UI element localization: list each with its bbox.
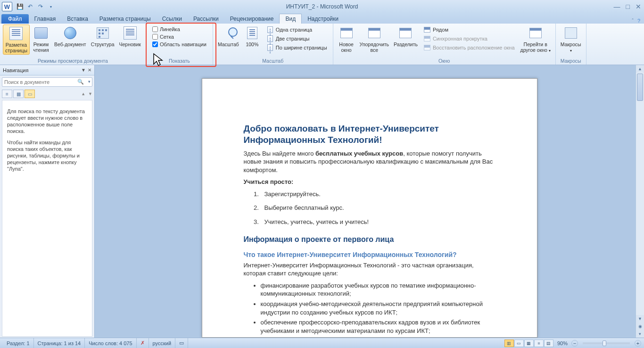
view-buttons: ▥ ▭ ▦ ≡ ▤	[504, 340, 553, 347]
zoom-icon	[223, 27, 234, 39]
tab-references[interactable]: Ссылки	[157, 14, 188, 24]
tab-home[interactable]: Главная	[29, 14, 62, 24]
tab-addins[interactable]: Надстройки	[302, 14, 344, 24]
status-proofing[interactable]: ✗	[137, 338, 149, 348]
nav-prev-icon[interactable]: ▲	[81, 91, 85, 96]
ribbon: Разметка страницы Режим чтения Веб-докум…	[0, 24, 644, 65]
tab-page-layout[interactable]: Разметка страницы	[94, 14, 157, 24]
tab-view[interactable]: Вид	[279, 14, 302, 24]
nav-dropdown-icon[interactable]: ▼	[81, 67, 86, 73]
status-language[interactable]: русский	[149, 338, 175, 348]
web-layout-button[interactable]: Веб-документ	[52, 25, 88, 48]
list-item: Выберите бесплатный курс.	[261, 204, 495, 212]
tab-mailings[interactable]: Рассылки	[188, 14, 224, 24]
list-item: координация учебно-методической деятельн…	[261, 300, 495, 316]
reset-window-pos-button: Восстановить расположение окна	[422, 43, 516, 52]
save-icon[interactable]: 💾	[16, 3, 24, 10]
zoom-100-icon	[247, 27, 257, 39]
arrange-all-button[interactable]: Упорядочить все	[358, 25, 391, 54]
quick-access-toolbar: 💾 ↶ ↷ ▾	[16, 3, 55, 10]
nav-close-icon[interactable]: ✕	[88, 67, 91, 73]
print-layout-icon	[9, 27, 23, 40]
search-dropdown-icon[interactable]: ▾	[88, 79, 91, 84]
help-icon[interactable]: ?	[637, 18, 640, 24]
nav-tab-results[interactable]: ▭	[25, 90, 35, 98]
view-print-layout-button[interactable]: ▥	[504, 340, 514, 347]
nav-help-text-2: Чтобы найти команды для поиска таких объ…	[7, 139, 87, 172]
app-icon[interactable]: W	[2, 2, 12, 11]
view-web-button[interactable]: ▦	[524, 340, 534, 347]
nav-tab-pages[interactable]: ▦	[13, 90, 24, 98]
macros-button[interactable]: Макросы▾	[559, 25, 583, 55]
redo-icon[interactable]: ↷	[37, 3, 44, 10]
status-page[interactable]: Страница: 1 из 14	[34, 338, 85, 348]
draft-button[interactable]: Черновик	[117, 25, 143, 48]
navigation-body: Для поиска по тексту документа следует в…	[2, 100, 92, 337]
tab-insert[interactable]: Вставка	[61, 14, 94, 24]
status-track-changes[interactable]: ▭	[175, 338, 188, 348]
navigation-tabs: ≡ ▦ ▭ ▲ ▼	[2, 90, 92, 98]
view-draft-button[interactable]: ▤	[544, 340, 553, 347]
print-layout-button[interactable]: Разметка страницы	[3, 25, 30, 55]
reset-pos-icon	[424, 45, 430, 50]
zoom-in-button[interactable]: +	[635, 340, 641, 347]
doc-unordered-list: финансирование разработок учебных курсов…	[261, 282, 495, 338]
view-outline-button[interactable]: ≡	[534, 340, 544, 347]
switch-windows-button[interactable]: Перейти в другое окно ▾	[519, 25, 553, 55]
file-tab[interactable]: Файл	[1, 14, 29, 24]
reading-view-icon	[34, 27, 48, 39]
qat-customize-icon[interactable]: ▾	[47, 3, 55, 10]
list-item: Зарегистрируйтесь.	[261, 190, 495, 199]
undo-icon[interactable]: ↶	[26, 3, 34, 10]
zoom-button[interactable]: Масштаб	[216, 25, 241, 48]
zoom-slider-thumb[interactable]	[603, 340, 606, 346]
browse-prev-icon[interactable]: ◉	[636, 323, 644, 330]
outline-button[interactable]: Структура	[89, 25, 116, 48]
minimize-button[interactable]: —	[614, 3, 620, 10]
document-page[interactable]: Добро пожаловать в Интернет-Университет …	[202, 78, 537, 338]
tab-review[interactable]: Рецензирование	[224, 14, 280, 24]
view-side-by-side-button[interactable]: Рядом	[422, 25, 516, 34]
navigation-pane-checkbox[interactable]: Область навигации	[152, 41, 206, 47]
close-button[interactable]: ✕	[636, 3, 641, 10]
search-icon[interactable]: 🔍	[77, 79, 84, 85]
doc-heading-3: Что такое Интернет-Университет Информаци…	[244, 250, 495, 259]
nav-next-icon[interactable]: ▼	[88, 91, 92, 96]
window-controls: — □ ✕	[614, 3, 641, 10]
document-area: ▦ Добро пожаловать в Интернет-Университе…	[95, 65, 644, 338]
new-window-button[interactable]: Новое окно	[336, 25, 357, 54]
view-reading-button[interactable]: ▭	[514, 340, 524, 347]
group-macros: Макросы▾ Макросы	[556, 24, 586, 65]
page-width-button[interactable]: По ширине страницы	[265, 43, 328, 52]
maximize-button[interactable]: □	[626, 3, 630, 10]
zoom-out-button[interactable]: −	[571, 340, 578, 347]
outline-icon	[97, 27, 109, 39]
doc-heading-1: Добро пожаловать в Интернет-Университет …	[244, 123, 495, 146]
reading-view-button[interactable]: Режим чтения	[31, 25, 51, 54]
one-page-button[interactable]: Одна страница	[265, 25, 328, 34]
group-window: Новое окно Упорядочить все Разделить Ряд…	[333, 24, 556, 65]
zoom-100-button[interactable]: 100%	[242, 25, 263, 48]
scroll-thumb[interactable]	[637, 74, 643, 101]
title-bar: W 💾 ↶ ↷ ▾ ИНТУИТ_2 - Microsoft Word — □ …	[0, 0, 644, 13]
scroll-down-icon[interactable]: ▼	[636, 315, 644, 323]
status-section[interactable]: Раздел: 1	[3, 338, 34, 348]
split-button[interactable]: Разделить	[392, 25, 420, 48]
two-pages-button[interactable]: Две страницы	[265, 34, 328, 43]
ribbon-tabs: Файл Главная Вставка Разметка страницы С…	[0, 13, 644, 24]
ruler-checkbox[interactable]: Линейка	[152, 26, 206, 32]
group-zoom: Масштаб 100% Одна страница Две страницы …	[213, 24, 333, 65]
split-icon	[399, 28, 412, 38]
vertical-scrollbar[interactable]: ▲ ▼ ◉ ▾	[636, 65, 644, 338]
doc-ordered-list: Зарегистрируйтесь. Выберите бесплатный к…	[261, 190, 495, 226]
gridlines-checkbox[interactable]: Сетка	[152, 34, 206, 40]
nav-tab-headings[interactable]: ≡	[2, 90, 12, 98]
scroll-up-icon[interactable]: ▲	[636, 65, 644, 73]
ribbon-minimize-icon[interactable]: ˆ	[632, 18, 634, 24]
status-word-count[interactable]: Число слов: 4 075	[85, 338, 136, 348]
browse-next-icon[interactable]: ▾	[636, 330, 644, 338]
zoom-slider[interactable]	[583, 342, 630, 344]
two-pages-icon	[267, 35, 273, 42]
group-label-window: Окно	[438, 58, 450, 65]
zoom-level[interactable]: 90%	[557, 340, 568, 346]
